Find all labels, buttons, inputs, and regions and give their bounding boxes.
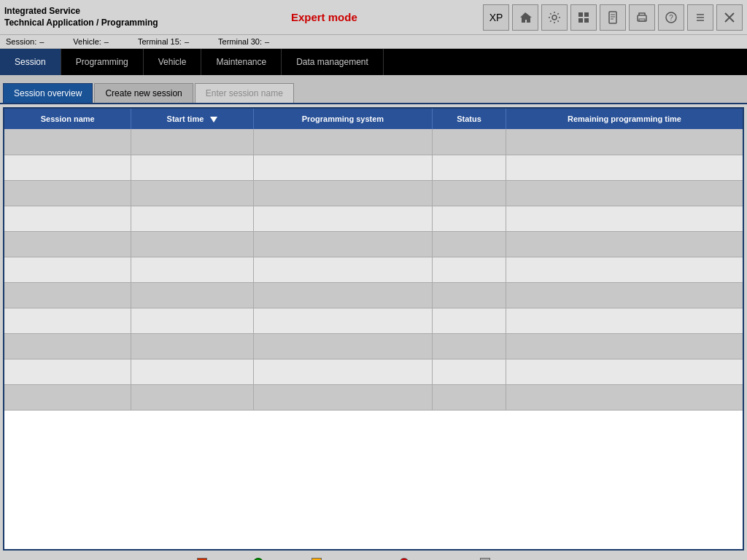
header: Integrated Service Technical Application… <box>0 0 747 35</box>
col-start-time[interactable]: Start time <box>131 109 253 129</box>
svg-rect-3 <box>578 18 583 23</box>
settings-button[interactable] <box>541 4 568 31</box>
svg-rect-5 <box>609 12 616 23</box>
table-cell <box>433 384 506 410</box>
table-row[interactable] <box>4 384 743 410</box>
table-row[interactable] <box>4 129 743 155</box>
list-button[interactable] <box>687 4 713 31</box>
table-cell <box>131 231 253 257</box>
print-button[interactable] <box>629 4 655 31</box>
terminal30-status: Terminal 30: – <box>218 37 269 46</box>
svg-point-0 <box>552 15 557 20</box>
table-cell <box>131 206 253 231</box>
table-row[interactable] <box>4 333 743 359</box>
table-row[interactable] <box>4 308 743 333</box>
grid-button[interactable] <box>570 4 597 31</box>
table-body <box>4 129 743 410</box>
table-cell <box>253 384 433 410</box>
tab-vehicle[interactable]: Vehicle <box>144 49 202 75</box>
table-cell <box>433 206 506 231</box>
svg-rect-2 <box>584 12 589 17</box>
table-cell <box>433 180 506 206</box>
table-cell <box>4 129 131 155</box>
table-cell <box>4 231 131 257</box>
table-cell <box>506 282 743 308</box>
table-cell <box>253 155 433 180</box>
table-cell <box>131 308 253 333</box>
svg-rect-1 <box>578 12 583 17</box>
xp-button[interactable]: XP <box>483 4 509 31</box>
sort-arrow-icon <box>210 117 217 122</box>
table-cell <box>253 333 433 359</box>
doc-button[interactable] <box>600 4 626 31</box>
table-row[interactable] <box>4 155 743 180</box>
table-cell <box>131 155 253 180</box>
table-cell <box>506 180 743 206</box>
table-cell <box>4 155 131 180</box>
table-row[interactable] <box>4 231 743 257</box>
table-cell <box>433 282 506 308</box>
table-cell <box>506 308 743 333</box>
legend: Warning Available Action necessary Being… <box>0 553 747 560</box>
table-row[interactable] <box>4 359 743 384</box>
table-cell <box>506 333 743 359</box>
table-cell <box>131 384 253 410</box>
table-cell <box>4 282 131 308</box>
table-cell <box>253 129 433 155</box>
table-cell <box>131 257 253 282</box>
table-cell <box>433 333 506 359</box>
table-cell <box>506 384 743 410</box>
table-cell <box>506 359 743 384</box>
col-programming-system: Programming system <box>253 109 433 129</box>
table-cell <box>131 359 253 384</box>
expert-mode-label: Expert mode <box>166 11 483 23</box>
col-status: Status <box>433 109 506 129</box>
table-cell <box>433 257 506 282</box>
table-cell <box>253 206 433 231</box>
table-cell <box>433 308 506 333</box>
subtab-session-overview[interactable]: Session overview <box>3 83 93 103</box>
tab-maintenance[interactable]: Maintenance <box>201 49 282 75</box>
table-cell <box>4 333 131 359</box>
subtab-enter-session-name: Enter session name <box>195 83 294 103</box>
home-button[interactable] <box>512 4 538 31</box>
table-cell <box>433 231 506 257</box>
tab-session[interactable]: Session <box>0 49 61 75</box>
table-row[interactable] <box>4 257 743 282</box>
table-row[interactable] <box>4 180 743 206</box>
table-cell <box>506 155 743 180</box>
table-cell <box>253 180 433 206</box>
table-cell <box>506 231 743 257</box>
status-bar: Session: – Vehicle: – Terminal 15: – Ter… <box>0 35 747 49</box>
table-cell <box>253 308 433 333</box>
session-status: Session: – <box>6 37 44 46</box>
table-cell <box>506 257 743 282</box>
help-button[interactable]: ? <box>658 4 684 31</box>
svg-text:?: ? <box>669 14 673 22</box>
table-row[interactable] <box>4 282 743 308</box>
nav-tabs: Session Programming Vehicle Maintenance … <box>0 49 747 75</box>
tab-programming[interactable]: Programming <box>61 49 144 75</box>
table-cell <box>506 129 743 155</box>
main-content: Session name Start time Programming syst… <box>3 107 744 551</box>
session-table: Session name Start time Programming syst… <box>4 109 743 411</box>
close-button[interactable] <box>716 4 743 31</box>
svg-rect-4 <box>584 18 589 23</box>
terminal15-status: Terminal 15: – <box>138 37 189 46</box>
table-cell <box>506 206 743 231</box>
sub-tabs: Session overview Create new session Ente… <box>0 75 747 104</box>
table-cell <box>4 359 131 384</box>
table-cell <box>131 282 253 308</box>
table-cell <box>253 359 433 384</box>
table-cell <box>4 384 131 410</box>
subtab-create-session[interactable]: Create new session <box>94 83 193 103</box>
vehicle-status: Vehicle: – <box>73 37 109 46</box>
table-cell <box>131 333 253 359</box>
table-cell <box>4 257 131 282</box>
tab-data-management[interactable]: Data management <box>282 49 384 75</box>
table-row[interactable] <box>4 206 743 231</box>
table-cell <box>253 282 433 308</box>
table-cell <box>131 129 253 155</box>
table-cell <box>4 308 131 333</box>
table-cell <box>433 155 506 180</box>
